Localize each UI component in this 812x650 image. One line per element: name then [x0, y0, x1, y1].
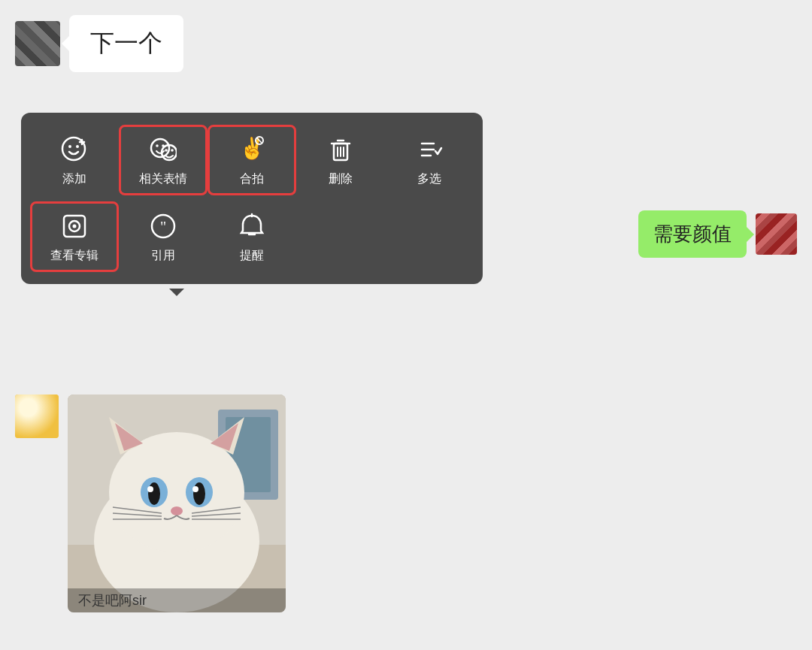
- delete-label: 删除: [329, 171, 353, 187]
- quote-label: 引用: [151, 248, 175, 264]
- multiselect-label: 多选: [417, 171, 441, 187]
- sender-avatar-bottom: [15, 395, 59, 438]
- menu-item-related-emoji[interactable]: 相关表情: [119, 125, 208, 195]
- menu-item-remind[interactable]: 提醒: [208, 201, 296, 272]
- collab-label: 合拍: [240, 171, 264, 187]
- svg-point-46: [171, 506, 183, 515]
- quote-icon: ": [150, 213, 177, 243]
- menu-item-multiselect[interactable]: 多选: [385, 125, 474, 195]
- menu-item-quote[interactable]: " 引用: [119, 201, 208, 272]
- message-bubble-top: 下一个: [69, 15, 183, 72]
- svg-point-45: [192, 486, 198, 492]
- menu-item-delete[interactable]: 删除: [296, 125, 385, 195]
- menu-row-1: 添加 相关表情 ✌: [30, 125, 474, 195]
- bottom-message: 不是吧阿sir: [15, 395, 286, 612]
- menu-item-view-album[interactable]: 查看专辑: [30, 201, 119, 272]
- svg-point-1: [68, 145, 71, 148]
- cat-meme-svg: 不是吧阿sir: [68, 395, 286, 612]
- sender-avatar-top: [15, 21, 60, 66]
- right-message: 需要颜值: [638, 210, 797, 258]
- meme-sticker: 不是吧阿sir: [68, 395, 286, 612]
- svg-point-10: [171, 149, 174, 152]
- menu-row-2: 查看专辑 " 引用 提醒: [30, 201, 474, 272]
- add-emoji-icon: [61, 136, 88, 167]
- sender-avatar-right: [756, 213, 797, 255]
- svg-point-25: [73, 225, 77, 228]
- view-album-label: 查看专辑: [50, 248, 98, 264]
- menu-item-collab[interactable]: ✌ 合拍: [208, 125, 296, 195]
- add-label: 添加: [62, 171, 86, 187]
- collab-icon: ✌: [238, 136, 265, 167]
- svg-text:✌: ✌: [239, 136, 265, 161]
- svg-text:不是吧阿sir: 不是吧阿sir: [78, 593, 147, 608]
- related-emoji-icon: [150, 136, 177, 167]
- delete-icon: [327, 136, 354, 167]
- remind-label: 提醒: [240, 248, 264, 264]
- top-message: 下一个: [15, 15, 183, 72]
- green-message-bubble: 需要颜值: [638, 210, 747, 258]
- svg-point-5: [151, 139, 169, 157]
- multiselect-icon: [416, 136, 443, 167]
- svg-text:": ": [160, 219, 166, 235]
- menu-item-add[interactable]: 添加: [30, 125, 119, 195]
- svg-point-6: [156, 144, 159, 147]
- svg-point-9: [165, 149, 168, 152]
- svg-point-42: [148, 482, 160, 505]
- svg-point-2: [76, 145, 79, 148]
- green-message-text: 需要颜值: [653, 222, 732, 245]
- svg-point-43: [193, 482, 205, 505]
- view-album-icon: [61, 213, 88, 243]
- message-text-top: 下一个: [90, 29, 162, 56]
- remind-icon: [238, 213, 265, 243]
- svg-point-44: [147, 486, 153, 492]
- context-menu: 添加 相关表情 ✌: [21, 113, 483, 284]
- related-emoji-label: 相关表情: [139, 171, 187, 187]
